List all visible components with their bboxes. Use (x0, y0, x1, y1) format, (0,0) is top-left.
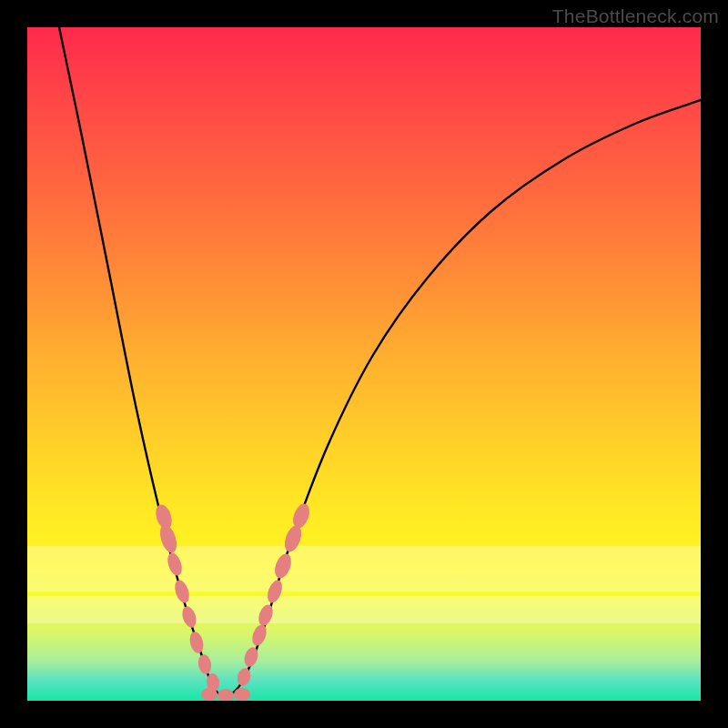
curve-marker (290, 501, 313, 531)
chart-frame: TheBottleneck.com (0, 0, 728, 728)
curve-marker (249, 622, 268, 647)
marker-group (153, 501, 312, 701)
curve-marker (265, 578, 285, 604)
curve-marker (281, 523, 304, 554)
curve-marker (187, 631, 205, 655)
bottleneck-curve (59, 27, 701, 695)
curve-marker (172, 578, 191, 604)
chart-plot-area (27, 27, 701, 701)
curve-marker (157, 522, 179, 554)
curve-marker (272, 551, 295, 581)
chart-svg (27, 27, 701, 701)
curve-marker (201, 688, 217, 701)
curve-marker (180, 604, 199, 629)
curve-marker (236, 667, 252, 688)
curve-marker (165, 551, 184, 577)
curve-marker (256, 602, 275, 627)
watermark-text: TheBottleneck.com (552, 5, 719, 27)
curve-marker (234, 688, 250, 701)
curve-marker (197, 653, 213, 675)
curve-marker (217, 689, 234, 701)
